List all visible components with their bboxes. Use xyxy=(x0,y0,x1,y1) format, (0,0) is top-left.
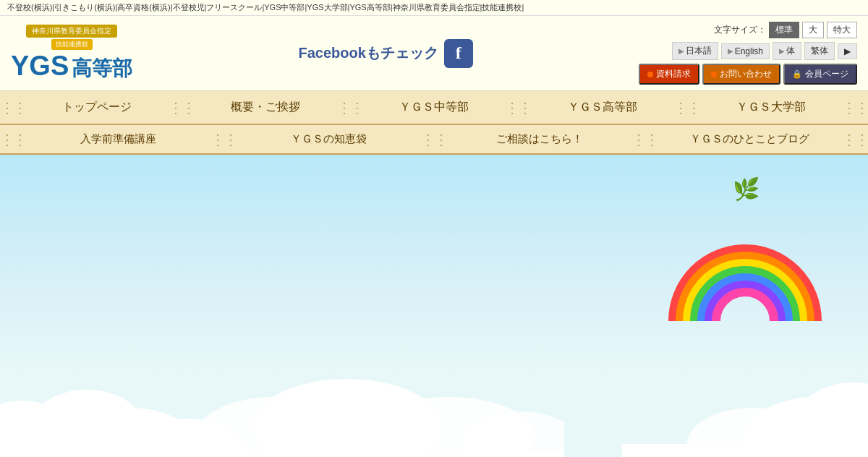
main-nav-item-4[interactable]: ＹＧＳ大学部 xyxy=(699,91,842,124)
facebook-icon[interactable]: f xyxy=(444,39,473,68)
sub-nav-dots-1: ⋮⋮ xyxy=(210,131,237,148)
right-controls: 文字サイズ： 標準 大 特大 ▶ 日本語 ▶ English ▶ 体 繁体 ▶ xyxy=(639,22,857,85)
school-name: 高等部 xyxy=(72,55,132,82)
facebook-text: Facebookもチェック xyxy=(298,43,438,63)
font-size-xlarge-button[interactable]: 特大 xyxy=(827,22,857,38)
sub-nav-dots-4: ⋮⋮ xyxy=(842,131,868,148)
main-nav: ⋮⋮ トップページ ⋮⋮ 概要・ご挨拶 ⋮⋮ ＹＧＳ中等部 ⋮⋮ ＹＧＳ高等部 … xyxy=(0,91,868,125)
sub-nav-item-2[interactable]: ご相談はこちら！ xyxy=(447,125,631,153)
action-row: 資料請求 お問い合わせ 🔒 会員ページ xyxy=(639,64,857,85)
main-nav-label-2: ＹＧＳ中等部 xyxy=(399,100,469,115)
main-nav-item-2[interactable]: ＹＧＳ中等部 xyxy=(363,91,506,124)
logo[interactable]: YGS 高等部 xyxy=(11,52,132,82)
school-type-label: 技能連携校 xyxy=(51,39,93,50)
sub-nav-dots-2: ⋮⋮ xyxy=(421,131,447,148)
main-nav-item-1[interactable]: 概要・ご挨拶 xyxy=(195,91,337,124)
contact-button[interactable]: お問い合わせ xyxy=(702,64,780,85)
sub-nav: ⋮⋮ 入学前準備講座 ⋮⋮ ＹＧＳの知恵袋 ⋮⋮ ご相談はこちら！ ⋮⋮ ＹＧＳ… xyxy=(0,125,868,155)
nav-dots-1: ⋮⋮ xyxy=(169,99,195,116)
nav-dots-2: ⋮⋮ xyxy=(337,99,363,116)
sub-nav-dots-3: ⋮⋮ xyxy=(631,131,658,148)
facebook-section[interactable]: Facebookもチェック f xyxy=(298,39,472,68)
sub-nav-label-0: 入学前準備講座 xyxy=(80,132,156,146)
lang-english-button[interactable]: ▶ English xyxy=(721,43,770,59)
brochure-button[interactable]: 資料請求 xyxy=(639,64,699,85)
member-label: 会員ページ xyxy=(805,68,848,80)
lang-simplified-button[interactable]: ▶ 体 xyxy=(773,42,801,60)
lang-japanese-label: 日本語 xyxy=(686,45,712,57)
main-nav-item-0[interactable]: トップページ xyxy=(26,91,169,124)
nav-dots-4: ⋮⋮ xyxy=(673,99,699,116)
bird-decoration: 🌿 xyxy=(733,176,760,202)
main-nav-item-3[interactable]: ＹＧＳ高等部 xyxy=(531,91,673,124)
svg-rect-10 xyxy=(203,451,564,457)
hero-section: 🌿 xyxy=(0,155,868,457)
sub-nav-label-3: ＹＧＳのひとことブログ xyxy=(690,132,809,146)
nav-dots-3: ⋮⋮ xyxy=(505,99,531,116)
brochure-label: 資料請求 xyxy=(656,68,691,80)
sub-nav-item-0[interactable]: 入学前準備講座 xyxy=(26,125,210,153)
nav-dots-0: ⋮⋮ xyxy=(0,99,26,116)
lang-traditional-label: 繁体 xyxy=(811,45,828,57)
contact-label: お問い合わせ xyxy=(720,68,772,80)
cloud-center xyxy=(203,364,564,457)
main-nav-label-4: ＹＧＳ大学部 xyxy=(736,100,806,115)
cloud-right xyxy=(622,350,868,457)
font-size-standard-button[interactable]: 標準 xyxy=(769,22,799,38)
lang-english-label: English xyxy=(735,46,763,56)
sub-nav-item-3[interactable]: ＹＧＳのひとことブログ xyxy=(658,125,842,153)
brochure-dot xyxy=(647,72,653,77)
main-nav-label-3: ＹＧＳ高等部 xyxy=(568,100,637,115)
ticker-bar: 不登校(横浜)|引きこもり(横浜)|高卒資格(横浜)|不登校児|フリースクール|… xyxy=(0,0,868,16)
main-nav-label-1: 概要・ご挨拶 xyxy=(231,100,300,115)
main-nav-label-0: トップページ xyxy=(62,100,132,115)
lang-more-button[interactable]: ▶ xyxy=(838,43,857,59)
sub-nav-item-1[interactable]: ＹＧＳの知恵袋 xyxy=(237,125,421,153)
ygs-text: YGS xyxy=(11,52,69,80)
language-row: ▶ 日本語 ▶ English ▶ 体 繁体 ▶ xyxy=(672,42,857,60)
prefecture-label: 神奈川県教育委員会指定 xyxy=(26,25,117,38)
font-size-row: 文字サイズ： 標準 大 特大 xyxy=(714,22,857,38)
sub-nav-label-1: ＹＧＳの知恵袋 xyxy=(291,132,367,146)
font-size-label: 文字サイズ： xyxy=(714,24,766,36)
sub-nav-label-2: ご相談はこちら！ xyxy=(496,132,583,146)
member-button[interactable]: 🔒 会員ページ xyxy=(783,64,857,85)
logo-section: 神奈川県教育委員会指定 技能連携校 YGS 高等部 xyxy=(11,25,132,82)
font-size-large-button[interactable]: 大 xyxy=(802,22,824,38)
nav-dots-5: ⋮⋮ xyxy=(842,99,868,116)
lang-simplified-label: 体 xyxy=(786,45,795,57)
header: 神奈川県教育委員会指定 技能連携校 YGS 高等部 Facebookもチェック … xyxy=(0,16,868,91)
lang-japanese-button[interactable]: ▶ 日本語 xyxy=(672,42,718,60)
svg-rect-14 xyxy=(622,444,868,457)
sub-nav-dots-0: ⋮⋮ xyxy=(0,131,26,148)
lock-icon: 🔒 xyxy=(792,69,802,79)
ticker-text: 不登校(横浜)|引きこもり(横浜)|高卒資格(横浜)|不登校児|フリースクール|… xyxy=(7,3,524,12)
contact-dot xyxy=(711,72,717,77)
lang-traditional-button[interactable]: 繁体 xyxy=(804,42,835,60)
